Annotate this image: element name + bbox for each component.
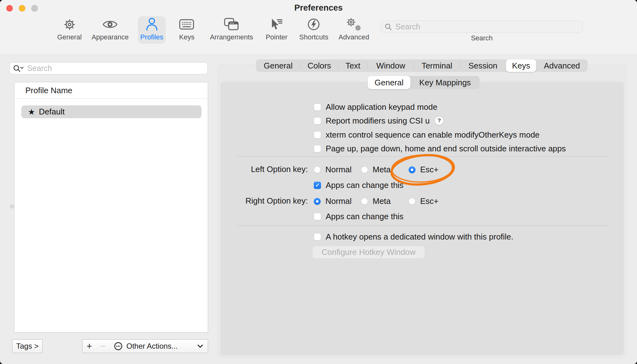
profile-list: Profile Name ★ Default (14, 82, 208, 332)
search-filter-icon (13, 64, 24, 73)
tab-text[interactable]: Text (338, 59, 368, 72)
cursor-icon (270, 16, 283, 33)
chevron-down-icon (197, 344, 203, 348)
right-option-key-label: Right Option key: (218, 196, 308, 205)
tab-general[interactable]: General (256, 59, 300, 72)
checkbox-label: Allow application keypad mode (326, 102, 437, 112)
checkbox-label: xterm control sequence can enable modify… (326, 130, 540, 140)
help-button[interactable]: ? (435, 117, 443, 125)
configure-hotkey-window-button[interactable]: Configure Hotkey Window (313, 246, 425, 258)
person-icon (145, 16, 158, 33)
toolbar-search-field[interactable] (380, 21, 583, 33)
radio-normal-selected[interactable] (314, 198, 321, 205)
modify-other-keys-checkbox[interactable] (314, 131, 321, 139)
radio-label: Meta (373, 165, 391, 174)
toolbar-item-label: Shortcuts (299, 33, 329, 42)
toolbar-item-label: Keys (179, 33, 195, 42)
toolbar-item-arrangements[interactable]: Arrangements (207, 16, 256, 44)
toolbar-item-label: Advanced (339, 33, 369, 42)
radio-label: Normal (325, 196, 352, 206)
profile-search-field[interactable] (9, 62, 208, 74)
profile-row-default[interactable]: ★ Default (21, 105, 201, 118)
lightning-icon (307, 16, 321, 33)
checkbox-row: xterm control sequence can enable modify… (314, 130, 540, 139)
toolbar-item-label: Arrangements (210, 33, 253, 42)
toolbar-item-label: Pointer (266, 33, 288, 42)
left-option-key-label: Left Option key: (218, 165, 308, 174)
subtab-general[interactable]: General (368, 76, 410, 89)
toolbar-item-shortcuts[interactable]: Shortcuts (297, 16, 331, 44)
checkbox-row: Page up, page down, home and end scroll … (314, 144, 566, 153)
allow-keypad-checkbox[interactable] (314, 104, 321, 111)
profile-search-input[interactable] (27, 63, 204, 73)
radio-label: Esc+ (420, 165, 439, 174)
gear-icon (63, 16, 77, 33)
right-option-normal[interactable]: Normal (314, 196, 352, 206)
left-option-meta[interactable]: Meta (361, 165, 391, 174)
window-title: Preferences (0, 3, 637, 13)
right-option-key-row: Right Option key: Normal Meta Esc+ (218, 196, 625, 205)
tags-button[interactable]: Tags > (12, 339, 43, 353)
subtab-key-mappings[interactable]: Key Mappings (410, 76, 480, 89)
csi-u-checkbox[interactable] (314, 117, 321, 124)
radio-esc-selected[interactable] (409, 166, 415, 173)
other-actions-label: Other Actions... (126, 342, 178, 351)
left-option-esc[interactable]: Esc+ (409, 165, 439, 174)
other-actions-dropdown[interactable]: Other Actions... (110, 339, 208, 353)
left-option-normal[interactable]: Normal (314, 165, 352, 174)
checkbox-row: Apps can change this (314, 212, 404, 221)
radio-meta[interactable] (361, 198, 368, 205)
window-edge-dot (10, 204, 14, 209)
checkbox-row: Allow application keypad mode (314, 103, 437, 111)
checkbox-label: A hotkey opens a dedicated window with t… (326, 232, 513, 242)
ellipsis-circle-icon (114, 342, 123, 351)
preferences-window: Preferences General (0, 0, 637, 364)
radio-label: Esc+ (420, 196, 439, 206)
checkbox-row: ✓ Apps can change this (314, 181, 404, 190)
right-option-meta[interactable]: Meta (361, 196, 391, 206)
tab-keys[interactable]: Keys (506, 59, 536, 72)
star-icon: ★ (28, 108, 35, 116)
checkbox-row: Report modifiers using CSI u ? (314, 116, 443, 125)
toolbar-item-keys[interactable]: Keys (177, 16, 197, 44)
toolbar-item-advanced[interactable]: Advanced (336, 16, 372, 44)
radio-normal[interactable] (314, 166, 321, 173)
toolbar-item-general[interactable]: General (55, 16, 84, 44)
profile-list-header: Profile Name (14, 82, 208, 99)
radio-label: Normal (325, 165, 352, 174)
tab-window[interactable]: Window (368, 59, 414, 72)
toolbar-item-pointer[interactable]: Pointer (263, 16, 290, 44)
checkbox-label: Apps can change this (326, 180, 404, 190)
divider (237, 225, 609, 226)
keyboard-icon (179, 16, 194, 33)
gears-icon (346, 16, 362, 33)
right-option-esc[interactable]: Esc+ (409, 196, 439, 206)
tab-colors[interactable]: Colors (300, 59, 338, 72)
remove-profile-button[interactable]: − (96, 339, 110, 353)
hotkey-window-checkbox[interactable] (314, 233, 321, 240)
titlebar-toolbar: Preferences General (0, 0, 637, 55)
toolbar-item-profiles[interactable]: Profiles (138, 16, 166, 44)
checkbox-label: Report modifiers using CSI u (326, 116, 430, 126)
tab-session[interactable]: Session (460, 59, 506, 72)
left-option-key-row: Left Option key: Normal Meta Esc+ (218, 165, 625, 174)
checkbox-label: Apps can change this (326, 212, 404, 221)
checkbox-label: Page up, page down, home and end scroll … (326, 144, 566, 154)
radio-label: Meta (373, 196, 391, 206)
add-profile-button[interactable]: + (82, 339, 96, 353)
toolbar-item-label: Profiles (140, 33, 163, 42)
tab-advanced[interactable]: Advanced (536, 59, 588, 72)
windows-icon (224, 16, 239, 33)
toolbar-item-label: Appearance (92, 33, 129, 42)
toolbar-search-input[interactable] (395, 22, 579, 32)
right-apps-can-change-checkbox[interactable] (314, 213, 321, 220)
tab-terminal[interactable]: Terminal (414, 59, 460, 72)
checkbox-row: A hotkey opens a dedicated window with t… (314, 232, 513, 241)
left-apps-can-change-checkbox[interactable]: ✓ (314, 182, 321, 189)
radio-esc[interactable] (409, 198, 415, 205)
scroll-outside-apps-checkbox[interactable] (314, 145, 321, 152)
profile-name: Default (39, 107, 64, 117)
toolbar-item-appearance[interactable]: Appearance (89, 16, 131, 44)
keys-subtab-bar: General Key Mappings (368, 76, 480, 89)
radio-meta[interactable] (361, 166, 368, 173)
